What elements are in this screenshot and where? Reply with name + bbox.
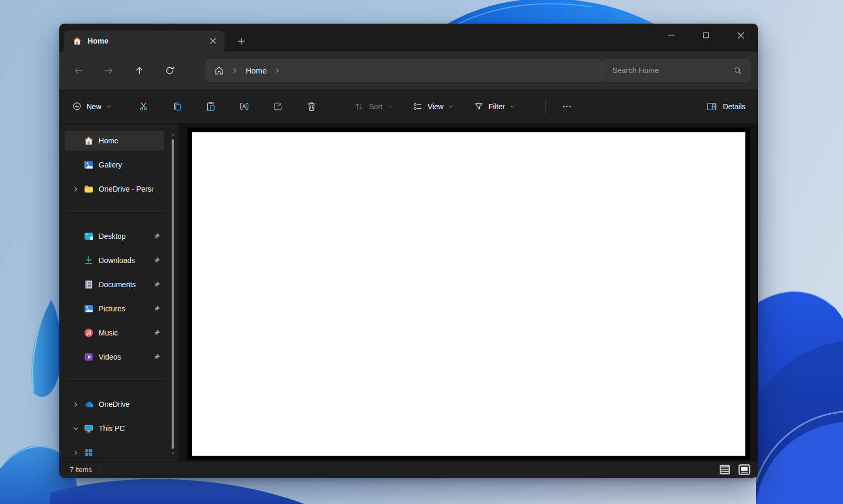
sidebar-item-gallery[interactable]: Gallery — [65, 155, 164, 175]
folder-icon — [83, 184, 94, 194]
sidebar-item-label: Desktop — [99, 232, 153, 240]
pin-icon — [153, 353, 161, 361]
sidebar-item-documents[interactable]: Documents — [65, 275, 164, 295]
arrow-up-icon — [134, 66, 144, 76]
sort-label: Sort — [369, 102, 383, 111]
tab-close-button[interactable] — [207, 35, 219, 47]
minimize-icon — [668, 32, 675, 38]
explorer-body: Home Gallery — [59, 124, 758, 461]
plus-icon — [237, 37, 245, 45]
toolbar-divider — [344, 99, 344, 114]
navigation-sidebar: Home Gallery — [59, 124, 178, 461]
downloads-icon — [83, 255, 94, 266]
item-count: 7 items — [70, 466, 92, 474]
tab-bar: Home — [59, 24, 758, 51]
sidebar-item-desktop[interactable]: Desktop — [65, 226, 164, 246]
pin-icon — [153, 329, 161, 337]
file-view-area[interactable] — [187, 128, 750, 460]
close-window-button[interactable] — [723, 24, 758, 47]
pin-icon — [153, 281, 161, 288]
chevron-down-icon — [106, 104, 111, 109]
sidebar-item-label: Music — [99, 329, 153, 337]
file-list-pane — [178, 124, 758, 461]
chevron-down-icon — [387, 104, 393, 109]
pictures-icon — [83, 303, 94, 314]
share-button[interactable] — [266, 96, 289, 117]
address-bar[interactable]: Home — [206, 59, 602, 82]
new-button[interactable]: New — [72, 101, 111, 111]
details-toggle-button[interactable]: Details — [706, 101, 745, 112]
rename-button[interactable] — [233, 96, 256, 117]
sidebar-item-onedrive[interactable]: OneDrive — [65, 394, 164, 414]
cut-icon — [138, 101, 149, 112]
sidebar-item-label: Pictures — [99, 304, 153, 313]
navigation-bar: Home — [59, 51, 758, 89]
maximize-button[interactable] — [689, 24, 723, 47]
sort-icon — [354, 101, 364, 112]
scrollbar-down-arrow[interactable]: ▼ — [171, 452, 175, 455]
sidebar-item-this-pc[interactable]: This PC — [65, 418, 164, 438]
status-bar: 7 items — [59, 461, 758, 478]
onedrive-icon — [83, 399, 94, 410]
home-outline-icon — [214, 66, 224, 76]
paste-icon — [205, 101, 216, 112]
videos-icon — [83, 352, 94, 362]
sidebar-divider — [67, 212, 164, 212]
minimize-button[interactable] — [654, 24, 689, 47]
home-icon — [72, 36, 82, 46]
details-pane-icon — [706, 101, 718, 112]
refresh-button[interactable] — [160, 61, 179, 80]
music-icon — [83, 328, 94, 338]
home-icon — [83, 135, 94, 146]
close-icon — [210, 38, 216, 44]
pin-icon — [153, 305, 161, 312]
maximize-icon — [703, 32, 709, 38]
toolbar-divider — [545, 99, 546, 114]
sidebar-item-videos[interactable]: Videos — [65, 347, 164, 367]
sidebar-item-label: Downloads — [99, 256, 153, 265]
this-pc-icon — [83, 423, 94, 434]
cut-button[interactable] — [132, 96, 155, 117]
chevron-right-icon[interactable] — [275, 68, 280, 74]
new-tab-button[interactable] — [233, 34, 249, 48]
thumbnail-view-toggle-icon[interactable] — [738, 464, 751, 475]
copy-button[interactable] — [165, 96, 188, 117]
scrollbar-up-arrow[interactable]: ▲ — [171, 132, 175, 136]
breadcrumb-location[interactable]: Home — [246, 66, 267, 75]
chevron-down-icon — [73, 426, 79, 432]
pin-icon — [153, 257, 161, 264]
arrow-left-icon — [73, 66, 83, 76]
gallery-icon — [83, 160, 94, 170]
sidebar-item-home[interactable]: Home — [65, 131, 164, 151]
chevron-down-icon — [510, 104, 515, 109]
search-input[interactable] — [603, 59, 750, 81]
filter-label: Filter — [489, 102, 505, 111]
sidebar-item-partial-drive[interactable] — [65, 443, 164, 461]
view-menu-button[interactable]: View — [413, 101, 454, 112]
delete-button[interactable] — [300, 96, 323, 117]
windows-drive-icon — [83, 447, 94, 458]
up-button[interactable] — [130, 61, 149, 80]
back-button[interactable] — [69, 61, 88, 80]
sidebar-item-onedrive-personal[interactable]: OneDrive - Personal — [65, 179, 164, 199]
file-explorer-window: Home — [59, 24, 758, 478]
sidebar-item-pictures[interactable]: Pictures — [65, 299, 164, 319]
more-options-button[interactable] — [556, 97, 577, 116]
view-toggles — [719, 464, 751, 475]
share-icon — [272, 101, 283, 112]
paste-button[interactable] — [199, 96, 222, 117]
sidebar-scrollbar[interactable] — [172, 139, 174, 449]
sort-menu-button[interactable]: Sort — [354, 101, 393, 112]
search-box — [602, 59, 751, 82]
filter-menu-button[interactable]: Filter — [473, 101, 515, 112]
window-controls — [654, 24, 758, 47]
sidebar-item-music[interactable]: Music — [65, 323, 164, 343]
details-view-toggle-icon[interactable] — [719, 464, 731, 475]
plus-circle-icon — [72, 101, 82, 111]
forward-button[interactable] — [100, 61, 119, 80]
sidebar-item-downloads[interactable]: Downloads — [65, 250, 164, 270]
documents-icon — [83, 279, 94, 290]
tab-home[interactable]: Home — [64, 30, 225, 51]
copy-icon — [172, 101, 183, 112]
ellipsis-icon — [562, 101, 572, 112]
